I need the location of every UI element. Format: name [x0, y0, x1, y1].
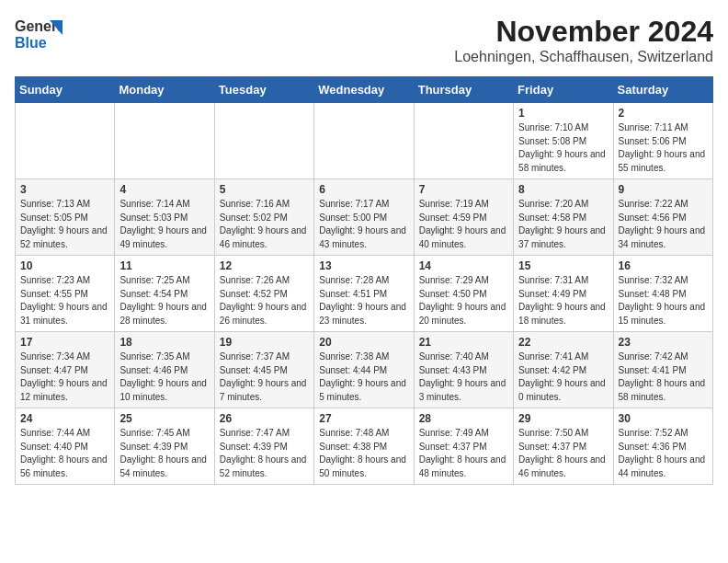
day-number: 20	[319, 336, 408, 349]
calendar-cell	[214, 103, 313, 179]
day-number: 27	[319, 412, 408, 425]
day-number: 3	[20, 183, 109, 196]
calendar-cell: 25Sunrise: 7:45 AM Sunset: 4:39 PM Dayli…	[115, 408, 214, 485]
day-info: Sunrise: 7:11 AM Sunset: 5:06 PM Dayligh…	[619, 121, 708, 175]
day-number: 28	[419, 412, 508, 425]
day-number: 26	[220, 412, 309, 425]
day-info: Sunrise: 7:28 AM Sunset: 4:51 PM Dayligh…	[319, 274, 408, 327]
day-info: Sunrise: 7:20 AM Sunset: 4:58 PM Dayligh…	[518, 198, 608, 251]
calendar-header-tuesday: Tuesday	[214, 77, 313, 103]
day-number: 10	[20, 259, 109, 272]
calendar-table: SundayMondayTuesdayWednesdayThursdayFrid…	[15, 76, 713, 485]
day-info: Sunrise: 7:19 AM Sunset: 4:59 PM Dayligh…	[419, 198, 508, 251]
day-info: Sunrise: 7:10 AM Sunset: 5:08 PM Dayligh…	[518, 121, 608, 175]
calendar-cell: 8Sunrise: 7:20 AM Sunset: 4:58 PM Daylig…	[514, 179, 613, 256]
day-number: 6	[319, 183, 408, 196]
day-number: 8	[518, 183, 608, 196]
calendar-header-friday: Friday	[514, 77, 613, 103]
day-number: 14	[419, 259, 508, 272]
calendar-cell: 23Sunrise: 7:42 AM Sunset: 4:41 PM Dayli…	[613, 332, 712, 408]
calendar-header-wednesday: Wednesday	[314, 77, 414, 103]
day-number: 5	[220, 183, 309, 196]
calendar-cell: 30Sunrise: 7:52 AM Sunset: 4:36 PM Dayli…	[613, 408, 712, 485]
day-number: 25	[119, 412, 209, 425]
calendar-header-saturday: Saturday	[613, 77, 712, 103]
day-number: 17	[20, 336, 109, 349]
day-info: Sunrise: 7:23 AM Sunset: 4:55 PM Dayligh…	[20, 274, 109, 327]
calendar-cell: 13Sunrise: 7:28 AM Sunset: 4:51 PM Dayli…	[314, 256, 414, 332]
day-number: 2	[619, 107, 708, 120]
calendar-cell: 27Sunrise: 7:48 AM Sunset: 4:38 PM Dayli…	[314, 408, 414, 485]
day-info: Sunrise: 7:45 AM Sunset: 4:39 PM Dayligh…	[119, 427, 209, 480]
calendar-cell: 24Sunrise: 7:44 AM Sunset: 4:40 PM Dayli…	[16, 408, 115, 485]
day-info: Sunrise: 7:47 AM Sunset: 4:39 PM Dayligh…	[220, 427, 309, 480]
day-info: Sunrise: 7:31 AM Sunset: 4:49 PM Dayligh…	[518, 274, 608, 327]
day-number: 16	[619, 259, 708, 272]
calendar-cell: 3Sunrise: 7:13 AM Sunset: 5:05 PM Daylig…	[16, 179, 115, 256]
calendar-cell: 14Sunrise: 7:29 AM Sunset: 4:50 PM Dayli…	[414, 256, 513, 332]
calendar-cell: 9Sunrise: 7:22 AM Sunset: 4:56 PM Daylig…	[613, 179, 712, 256]
calendar-cell: 21Sunrise: 7:40 AM Sunset: 4:43 PM Dayli…	[414, 332, 513, 408]
day-info: Sunrise: 7:13 AM Sunset: 5:05 PM Dayligh…	[20, 198, 109, 251]
calendar-cell: 2Sunrise: 7:11 AM Sunset: 5:06 PM Daylig…	[613, 103, 712, 179]
calendar-cell: 12Sunrise: 7:26 AM Sunset: 4:52 PM Dayli…	[214, 256, 313, 332]
calendar-cell	[115, 103, 214, 179]
day-info: Sunrise: 7:50 AM Sunset: 4:37 PM Dayligh…	[518, 427, 608, 480]
day-info: Sunrise: 7:44 AM Sunset: 4:40 PM Dayligh…	[20, 427, 109, 480]
day-number: 29	[518, 412, 608, 425]
logo-icon: General Blue	[15, 15, 63, 55]
day-number: 13	[319, 259, 408, 272]
day-info: Sunrise: 7:49 AM Sunset: 4:37 PM Dayligh…	[419, 427, 508, 480]
calendar-week-row: 17Sunrise: 7:34 AM Sunset: 4:47 PM Dayli…	[16, 332, 713, 408]
calendar-cell: 16Sunrise: 7:32 AM Sunset: 4:48 PM Dayli…	[613, 256, 712, 332]
day-number: 23	[619, 336, 708, 349]
day-info: Sunrise: 7:34 AM Sunset: 4:47 PM Dayligh…	[20, 350, 109, 404]
calendar-header-thursday: Thursday	[414, 77, 513, 103]
calendar-header-monday: Monday	[115, 77, 214, 103]
calendar-cell: 29Sunrise: 7:50 AM Sunset: 4:37 PM Dayli…	[514, 408, 613, 485]
calendar-cell: 10Sunrise: 7:23 AM Sunset: 4:55 PM Dayli…	[16, 256, 115, 332]
day-info: Sunrise: 7:29 AM Sunset: 4:50 PM Dayligh…	[419, 274, 508, 327]
day-info: Sunrise: 7:37 AM Sunset: 4:45 PM Dayligh…	[220, 350, 309, 404]
page-header: General Blue November 2024 Loehningen, S…	[15, 15, 713, 65]
calendar-cell: 22Sunrise: 7:41 AM Sunset: 4:42 PM Dayli…	[514, 332, 613, 408]
day-number: 24	[20, 412, 109, 425]
calendar-cell	[314, 103, 414, 179]
calendar-cell: 7Sunrise: 7:19 AM Sunset: 4:59 PM Daylig…	[414, 179, 513, 256]
calendar-cell: 1Sunrise: 7:10 AM Sunset: 5:08 PM Daylig…	[514, 103, 613, 179]
logo: General Blue	[15, 15, 63, 55]
calendar-cell: 11Sunrise: 7:25 AM Sunset: 4:54 PM Dayli…	[115, 256, 214, 332]
day-info: Sunrise: 7:14 AM Sunset: 5:03 PM Dayligh…	[119, 198, 209, 251]
day-info: Sunrise: 7:16 AM Sunset: 5:02 PM Dayligh…	[220, 198, 309, 251]
day-info: Sunrise: 7:35 AM Sunset: 4:46 PM Dayligh…	[119, 350, 209, 404]
day-number: 7	[419, 183, 508, 196]
day-info: Sunrise: 7:25 AM Sunset: 4:54 PM Dayligh…	[119, 274, 209, 327]
calendar-week-row: 10Sunrise: 7:23 AM Sunset: 4:55 PM Dayli…	[16, 256, 713, 332]
calendar-cell: 5Sunrise: 7:16 AM Sunset: 5:02 PM Daylig…	[214, 179, 313, 256]
day-info: Sunrise: 7:41 AM Sunset: 4:42 PM Dayligh…	[518, 350, 608, 404]
calendar-cell: 19Sunrise: 7:37 AM Sunset: 4:45 PM Dayli…	[214, 332, 313, 408]
calendar-cell	[414, 103, 513, 179]
day-info: Sunrise: 7:42 AM Sunset: 4:41 PM Dayligh…	[619, 350, 708, 404]
calendar-header-row: SundayMondayTuesdayWednesdayThursdayFrid…	[16, 77, 713, 103]
day-number: 15	[518, 259, 608, 272]
calendar-cell: 6Sunrise: 7:17 AM Sunset: 5:00 PM Daylig…	[314, 179, 414, 256]
calendar-cell: 28Sunrise: 7:49 AM Sunset: 4:37 PM Dayli…	[414, 408, 513, 485]
day-info: Sunrise: 7:48 AM Sunset: 4:38 PM Dayligh…	[319, 427, 408, 480]
day-number: 9	[619, 183, 708, 196]
calendar-cell	[16, 103, 115, 179]
calendar-week-row: 1Sunrise: 7:10 AM Sunset: 5:08 PM Daylig…	[16, 103, 713, 179]
calendar-cell: 20Sunrise: 7:38 AM Sunset: 4:44 PM Dayli…	[314, 332, 414, 408]
page-title: November 2024	[454, 15, 713, 49]
day-number: 21	[419, 336, 508, 349]
page-subtitle: Loehningen, Schaffhausen, Switzerland	[454, 49, 713, 65]
calendar-week-row: 3Sunrise: 7:13 AM Sunset: 5:05 PM Daylig…	[16, 179, 713, 256]
day-info: Sunrise: 7:38 AM Sunset: 4:44 PM Dayligh…	[319, 350, 408, 404]
day-number: 11	[119, 259, 209, 272]
day-number: 30	[619, 412, 708, 425]
day-number: 4	[119, 183, 209, 196]
day-info: Sunrise: 7:52 AM Sunset: 4:36 PM Dayligh…	[619, 427, 708, 480]
svg-text:Blue: Blue	[15, 35, 47, 51]
calendar-cell: 17Sunrise: 7:34 AM Sunset: 4:47 PM Dayli…	[16, 332, 115, 408]
day-number: 12	[220, 259, 309, 272]
